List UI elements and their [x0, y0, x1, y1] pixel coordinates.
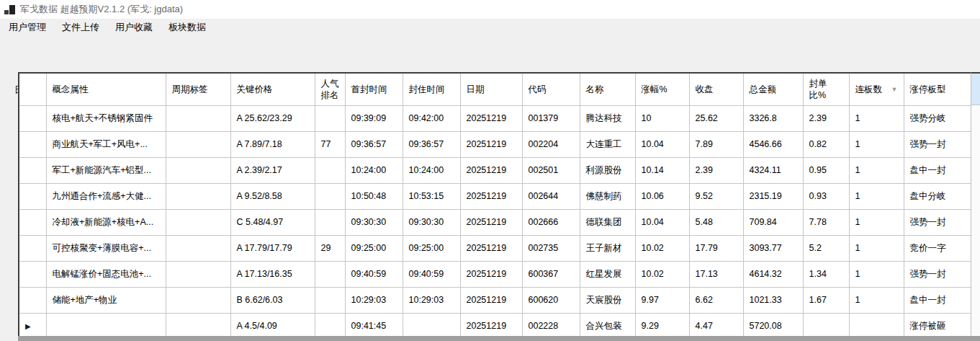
table-cell[interactable] — [315, 157, 345, 183]
table-cell[interactable]: 1.34 — [803, 261, 849, 287]
table-cell[interactable]: 09:42:00 — [403, 105, 460, 131]
table-cell[interactable]: 4614.32 — [743, 261, 803, 287]
table-cell[interactable]: 1 — [849, 157, 904, 183]
table-cell[interactable]: 5.2 — [803, 235, 849, 261]
table-cell[interactable] — [166, 235, 230, 261]
table-cell[interactable]: 军工+新能源汽车+铝型... — [46, 157, 166, 183]
table-cell[interactable]: 10.04 — [635, 131, 689, 157]
table-cell[interactable]: 29 — [315, 235, 345, 261]
table-cell[interactable]: 25.62 — [689, 105, 743, 131]
column-header[interactable]: 封住时间 — [403, 74, 460, 105]
column-header[interactable]: 关键价格 — [230, 74, 315, 105]
table-cell[interactable]: 0.93 — [803, 183, 849, 209]
table-cell[interactable]: 3326.8 — [743, 105, 803, 131]
column-header[interactable]: 概念属性 — [46, 74, 166, 105]
table-cell[interactable]: B 6.62/6.03 — [230, 287, 315, 313]
column-header[interactable]: 连板数▼ — [849, 74, 904, 105]
table-cell[interactable]: 盘中一封 — [904, 157, 971, 183]
table-cell[interactable] — [849, 313, 904, 336]
table-cell[interactable]: 商业航天+军工+风电+... — [46, 131, 166, 157]
row-indicator-cell[interactable] — [19, 261, 46, 287]
table-cell[interactable]: 冷却液+新能源+核电+A... — [46, 209, 166, 235]
table-cell[interactable]: 6.62 — [689, 287, 743, 313]
table-cell[interactable] — [315, 183, 345, 209]
column-header[interactable]: 涨停板型 — [904, 74, 971, 105]
table-cell[interactable]: 5.48 — [689, 209, 743, 235]
column-header[interactable]: 名称 — [580, 74, 635, 105]
table-cell[interactable] — [166, 313, 230, 336]
horizontal-scrollbar[interactable] — [18, 336, 980, 341]
table-cell[interactable] — [166, 131, 230, 157]
table-cell[interactable]: 核电+航天+不锈钢紧固件 — [46, 105, 166, 131]
table-cell[interactable] — [46, 313, 166, 336]
table-cell[interactable]: 可控核聚变+薄膜电容+... — [46, 235, 166, 261]
table-cell[interactable]: 天宸股份 — [580, 287, 635, 313]
table-cell[interactable]: 10.06 — [635, 183, 689, 209]
table-cell[interactable]: 10 — [635, 105, 689, 131]
table-cell[interactable]: 002228 — [522, 313, 580, 336]
column-header[interactable]: 周期标签 — [166, 74, 230, 105]
table-cell[interactable]: 利源股份 — [580, 157, 635, 183]
table-cell[interactable]: 10:29:03 — [403, 287, 460, 313]
table-cell[interactable] — [403, 313, 460, 336]
column-header[interactable]: 涨幅% — [635, 74, 689, 105]
table-cell[interactable]: 2.39 — [803, 105, 849, 131]
table-cell[interactable] — [315, 287, 345, 313]
table-cell[interactable]: 002735 — [522, 235, 580, 261]
column-header[interactable]: 封单比% — [803, 74, 849, 105]
table-cell[interactable]: 0.95 — [803, 157, 849, 183]
table-cell[interactable]: 强势分岐 — [904, 105, 971, 131]
table-cell[interactable]: 2315.19 — [743, 183, 803, 209]
row-indicator-cell[interactable] — [19, 287, 46, 313]
table-cell[interactable]: 002204 — [522, 131, 580, 157]
table-cell[interactable]: 77 — [315, 131, 345, 157]
column-header[interactable]: 日期 — [460, 74, 522, 105]
table-cell[interactable]: 09:41:45 — [345, 313, 403, 336]
table-cell[interactable]: A 25.62/23.29 — [230, 105, 315, 131]
table-cell[interactable]: 20251219 — [460, 287, 522, 313]
table-cell[interactable]: 10.02 — [635, 261, 689, 287]
table-cell[interactable]: 20251219 — [460, 313, 522, 336]
table-cell[interactable]: A 17.79/17.79 — [230, 235, 315, 261]
table-cell[interactable]: 德联集团 — [580, 209, 635, 235]
table-cell[interactable]: 强势一封 — [904, 261, 971, 287]
table-cell[interactable]: 1 — [849, 131, 904, 157]
table-cell[interactable]: 09:30:30 — [345, 209, 403, 235]
table-cell[interactable]: 强势一封 — [904, 131, 971, 157]
table-cell[interactable] — [315, 313, 345, 336]
table-cell[interactable]: 1 — [849, 105, 904, 131]
table-cell[interactable]: 腾达科技 — [580, 105, 635, 131]
table-cell[interactable]: 9.29 — [635, 313, 689, 336]
table-cell[interactable] — [315, 261, 345, 287]
table-cell[interactable]: C 5.48/4.97 — [230, 209, 315, 235]
table-cell[interactable]: 09:40:59 — [345, 261, 403, 287]
sort-caret-icon[interactable]: ▼ — [891, 84, 898, 95]
menu-item-file-upload[interactable]: 文件上传 — [60, 19, 102, 35]
table-cell[interactable]: 09:40:59 — [403, 261, 460, 287]
table-cell[interactable]: 10:53:15 — [403, 183, 460, 209]
table-cell[interactable]: 10.02 — [635, 235, 689, 261]
column-header[interactable]: 收盘 — [689, 74, 743, 105]
table-cell[interactable]: 9.97 — [635, 287, 689, 313]
table-cell[interactable] — [166, 209, 230, 235]
table-cell[interactable]: 17.13 — [689, 261, 743, 287]
table-cell[interactable]: 7.78 — [803, 209, 849, 235]
table-cell[interactable]: 20251219 — [460, 209, 522, 235]
table-cell[interactable]: A 4.5/4.09 — [230, 313, 315, 336]
table-cell[interactable]: 储能+地产+物业 — [46, 287, 166, 313]
table-cell[interactable]: 002501 — [522, 157, 580, 183]
menu-item-user-favorites[interactable]: 用户收藏 — [113, 19, 155, 35]
row-indicator-cell[interactable]: ▶ — [19, 313, 46, 336]
table-cell[interactable] — [166, 287, 230, 313]
row-indicator-cell[interactable] — [19, 131, 46, 157]
table-cell[interactable]: 20251219 — [460, 105, 522, 131]
table-cell[interactable]: 001379 — [522, 105, 580, 131]
table-cell[interactable]: 盘中一封 — [904, 287, 971, 313]
row-indicator-cell[interactable] — [19, 209, 46, 235]
table-cell[interactable] — [315, 105, 345, 131]
table-cell[interactable]: 600620 — [522, 287, 580, 313]
table-cell[interactable]: 10:24:00 — [345, 157, 403, 183]
table-cell[interactable]: 佛慈制药 — [580, 183, 635, 209]
table-cell[interactable]: 09:25:00 — [403, 235, 460, 261]
table-cell[interactable]: 20251219 — [460, 261, 522, 287]
